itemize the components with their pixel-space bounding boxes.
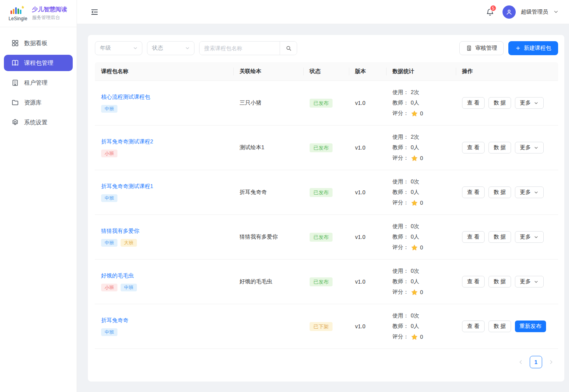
star-icon [411, 155, 418, 162]
chevron-down-icon [185, 45, 190, 51]
chevron-down-icon [534, 101, 539, 106]
top-header: 5 超级管理员 [77, 0, 569, 24]
status-filter-value: 状态 [152, 45, 163, 52]
package-cell: 猜猜我有多爱你 中班 大班 [95, 228, 233, 247]
status-badge: 已发布 [310, 277, 333, 286]
star-icon [411, 333, 418, 341]
sidebar-item-label: 资源库 [24, 99, 42, 106]
stats-cell: 使用：0次 教师：0人 评分： 0 [386, 223, 456, 251]
table-row: 好饿的毛毛虫 小班 中班 好饿的毛毛虫 已发布 v1.0 使用：0次 教师：0人… [95, 260, 558, 304]
content-card: 年级 状态 [88, 35, 564, 382]
view-button[interactable]: 查 看 [462, 231, 485, 243]
app-title: 少儿智慧阅读 [32, 6, 67, 13]
version-cell: v1.0 [349, 323, 386, 329]
version-cell: v1.0 [349, 145, 386, 151]
grade-tag: 中班 [101, 105, 117, 113]
actions-cell: 查 看 数 据 重新发布 [456, 321, 558, 332]
package-name-link[interactable]: 核心流程测试课程包 [101, 94, 150, 101]
actions-cell: 查 看 数 据 更多 [456, 276, 558, 287]
package-name-link[interactable]: 折耳兔奇奇 [101, 317, 128, 324]
sidebar-collapse-button[interactable] [90, 8, 99, 16]
chevron-down-icon [534, 145, 539, 150]
notification-bell[interactable]: 5 [486, 8, 494, 16]
app-subtitle: 服务管理后台 [32, 14, 67, 21]
chevron-down-icon [534, 279, 539, 284]
create-button-label: 新建课程包 [524, 45, 551, 52]
user-avatar[interactable] [502, 5, 516, 19]
book-cell: 折耳兔奇奇 [233, 189, 303, 196]
pagination: 1 [95, 349, 558, 368]
grade-tag: 中班 [101, 239, 117, 247]
column-header: 操作 [456, 68, 558, 75]
package-name-link[interactable]: 折耳兔奇奇测试课程1 [101, 183, 153, 190]
status-cell: 已发布 [303, 188, 349, 197]
table-row: 核心流程测试课程包 中班 三只小猪 已发布 v1.0 使用：2次 教师：0人 评… [95, 81, 558, 125]
more-button[interactable]: 更多 [515, 186, 544, 198]
table-header-row: 课程包名称 关联绘本 状态 版本 数据统计 操作 [95, 62, 558, 81]
status-cell: 已发布 [303, 99, 349, 108]
package-name-link[interactable]: 猜猜我有多爱你 [101, 228, 139, 235]
stats-cell: 使用：2次 教师：0人 评分： 0 [386, 134, 456, 162]
main-content: 年级 状态 [77, 24, 569, 392]
chevron-down-icon[interactable] [553, 9, 559, 15]
data-button[interactable]: 数 据 [488, 97, 511, 109]
version-cell: v1.0 [349, 100, 386, 106]
sidebar-item-dashboard[interactable]: 数据看板 [4, 35, 73, 51]
sidebar-item-resources[interactable]: 资源库 [4, 94, 73, 111]
app-logo[interactable]: LeSingle 少儿智慧阅读 服务管理后台 [0, 0, 77, 27]
pagination-page-1[interactable]: 1 [530, 356, 542, 368]
actions-cell: 查 看 数 据 更多 [456, 231, 558, 243]
chevron-down-icon [534, 190, 539, 195]
data-button[interactable]: 数 据 [488, 321, 511, 332]
package-cell: 折耳兔奇奇 中班 [95, 317, 233, 336]
data-button[interactable]: 数 据 [488, 186, 511, 198]
user-name[interactable]: 超级管理员 [521, 9, 548, 16]
notification-count-badge: 5 [490, 5, 497, 12]
sidebar-item-course-packages[interactable]: 课程包管理 [4, 55, 73, 71]
stats-cell: 使用：2次 教师：0人 评分： 0 [386, 89, 456, 117]
data-button[interactable]: 数 据 [488, 231, 511, 243]
chevron-left-icon [518, 359, 524, 365]
status-cell: 已发布 [303, 143, 349, 152]
column-header: 关联绘本 [233, 68, 303, 75]
package-cell: 折耳兔奇奇测试课程1 中班 [95, 183, 233, 202]
status-badge: 已发布 [310, 99, 333, 108]
grade-filter-value: 年级 [100, 45, 111, 52]
view-button[interactable]: 查 看 [462, 276, 485, 287]
more-button[interactable]: 更多 [515, 97, 544, 109]
person-icon [505, 8, 513, 16]
audit-management-button[interactable]: 审核管理 [459, 41, 504, 55]
pagination-next-button[interactable] [548, 359, 554, 365]
book-icon [11, 59, 19, 67]
logo-bars-icon: LeSingle [9, 5, 27, 21]
create-package-button[interactable]: 新建课程包 [508, 41, 558, 55]
sidebar-item-settings[interactable]: 系统设置 [4, 114, 73, 131]
view-button[interactable]: 查 看 [462, 321, 485, 332]
view-button[interactable]: 查 看 [462, 186, 485, 198]
more-button[interactable]: 更多 [515, 231, 544, 243]
grade-filter-select[interactable]: 年级 [95, 41, 142, 55]
status-cell: 已发布 [303, 277, 349, 286]
table-row: 折耳兔奇奇 中班 已下架 v1.0 使用：0次 教师：0人 评分： 0 [95, 304, 558, 349]
search-input[interactable] [200, 42, 280, 55]
grade-tag: 中班 [101, 328, 117, 336]
sidebar-item-label: 数据看板 [24, 40, 47, 47]
data-button[interactable]: 数 据 [488, 276, 511, 287]
book-cell: 好饿的毛毛虫 [233, 278, 303, 285]
gear-icon [11, 118, 19, 126]
search-button[interactable] [280, 42, 297, 55]
sidebar-item-tenants[interactable]: 租户管理 [4, 75, 73, 91]
republish-button[interactable]: 重新发布 [515, 321, 546, 332]
table-row: 折耳兔奇奇测试课程2 小班 测试绘本1 已发布 v1.0 使用：2次 教师：0人… [95, 125, 558, 170]
view-button[interactable]: 查 看 [462, 142, 485, 153]
more-button[interactable]: 更多 [515, 142, 544, 153]
package-name-link[interactable]: 折耳兔奇奇测试课程2 [101, 138, 153, 145]
status-filter-select[interactable]: 状态 [147, 41, 194, 55]
package-name-link[interactable]: 好饿的毛毛虫 [101, 272, 134, 279]
data-button[interactable]: 数 据 [488, 142, 511, 153]
column-header: 数据统计 [386, 68, 456, 75]
pagination-prev-button[interactable] [518, 359, 524, 365]
book-cell: 三只小猪 [233, 99, 303, 106]
view-button[interactable]: 查 看 [462, 97, 485, 109]
more-button[interactable]: 更多 [515, 276, 544, 287]
